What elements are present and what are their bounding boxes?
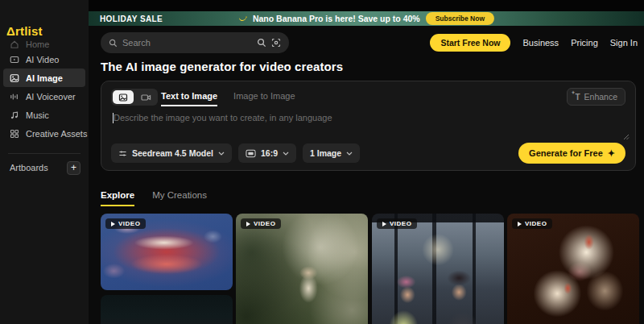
subscribe-now-button[interactable]: Subscribe Now: [426, 12, 494, 25]
sidebar-item-home[interactable]: Home: [3, 39, 85, 50]
sidebar-item-music[interactable]: Music: [3, 106, 85, 124]
sidebar-item-label: Creative Assets: [26, 129, 87, 139]
generate-button[interactable]: Generate for Free ✦: [518, 143, 625, 164]
top-strip: [89, 0, 644, 11]
sidebar-item-ai-voiceover[interactable]: AI Voiceover: [3, 87, 85, 106]
sidebar-item-label: AI Video: [26, 55, 59, 64]
banana-icon: [238, 11, 247, 26]
model-dropdown[interactable]: Seedream 4.5 Model: [111, 143, 232, 163]
image-mode-button[interactable]: [113, 90, 134, 104]
holiday-sale-label: HOLIDAY SALE: [100, 15, 163, 23]
play-icon: [111, 222, 115, 226]
nav-link-pricing[interactable]: Pricing: [571, 38, 598, 48]
generate-label: Generate for Free: [529, 148, 603, 158]
enhance-text-icon: ✦T: [575, 93, 580, 102]
chevron-down-icon: [218, 152, 225, 156]
start-free-now-button[interactable]: Start Free Now: [430, 34, 510, 52]
sidebar-item-creative-assets[interactable]: Creative Assets: [3, 124, 85, 143]
video-icon: [10, 55, 19, 64]
gallery-tabs: Explore My Creations: [101, 190, 207, 206]
sidebar-item-ai-video[interactable]: AI Video: [3, 50, 85, 69]
composer-controls: Seedream 4.5 Model 16:9 1 Image: [111, 143, 360, 163]
aspect-ratio-dropdown[interactable]: 16:9: [238, 143, 296, 163]
image-count-dropdown[interactable]: 1 Image: [303, 143, 360, 163]
sidebar-item-label: Home: [26, 39, 49, 49]
gallery-card-girls[interactable]: VIDEO: [372, 214, 504, 324]
gallery-card-dark[interactable]: [101, 295, 233, 324]
play-icon: [246, 222, 250, 226]
tab-image-to-image[interactable]: Image to Image: [233, 91, 295, 106]
image-icon: [10, 73, 19, 83]
nav-link-business[interactable]: Business: [522, 38, 559, 48]
video-badge: VIDEO: [512, 218, 552, 229]
search-icon: [109, 39, 118, 48]
video-badge: VIDEO: [241, 218, 281, 229]
image-search-icon[interactable]: [271, 38, 281, 48]
sidebar-item-label: AI Voiceover: [26, 92, 76, 102]
model-label: Seedream 4.5 Model: [132, 148, 213, 158]
promo-banner: HOLIDAY SALE Nano Banana Pro is here! Sa…: [89, 11, 644, 26]
prompt-field-wrap: [113, 112, 603, 143]
add-artboard-button[interactable]: +: [67, 161, 80, 175]
sidebar-item-label: AI Image: [26, 73, 63, 83]
play-icon: [518, 222, 522, 226]
page-title: The AI image generator for video creator…: [101, 60, 343, 73]
music-note-icon: [10, 110, 19, 120]
chevron-down-icon: [283, 152, 289, 156]
sidebar: Δrtlist Home AI Video AI Image AI Voiceo…: [0, 0, 89, 324]
gallery-card-garden[interactable]: VIDEO: [236, 214, 368, 324]
aspect-ratio-label: 16:9: [261, 148, 278, 158]
waveform-icon: [10, 92, 19, 102]
grid-icon: [10, 129, 19, 139]
gallery-card-lilies[interactable]: VIDEO: [507, 214, 639, 324]
sparkle-icon: ✦: [608, 148, 615, 159]
sidebar-divider: [8, 153, 80, 154]
header-actions: Start Free Now Business Pricing Sign In: [430, 32, 638, 53]
prompt-panel: Text to Image Image to Image ✦T Enhance …: [101, 81, 636, 171]
prompt-input[interactable]: [114, 112, 603, 143]
image-mode-icon: [118, 93, 128, 102]
model-icon: [118, 149, 127, 158]
tab-text-to-image[interactable]: Text to Image: [161, 91, 217, 106]
composer-tabs: Text to Image Image to Image: [161, 91, 295, 106]
tab-explore[interactable]: Explore: [101, 190, 134, 206]
search-bar[interactable]: [101, 32, 289, 53]
sidebar-item-ai-image[interactable]: AI Image: [3, 69, 85, 87]
search-input[interactable]: [122, 38, 252, 48]
enhance-button[interactable]: ✦T Enhance: [567, 88, 625, 106]
artlist-logo[interactable]: Δrtlist: [6, 24, 43, 38]
artboards-row: Artboards +: [10, 160, 80, 176]
artboards-label: Artboards: [10, 163, 48, 172]
video-badge: VIDEO: [105, 218, 146, 229]
media-mode-toggle: [111, 89, 158, 106]
video-mode-button[interactable]: [135, 90, 156, 104]
chevron-down-icon: [346, 152, 353, 156]
home-icon: [10, 39, 19, 49]
search-submit-icon[interactable]: [257, 38, 266, 48]
tab-my-creations[interactable]: My Creations: [152, 190, 207, 206]
video-mode-icon: [141, 93, 151, 102]
promo-text: Nano Banana Pro is here! Save up to 40%: [253, 14, 420, 23]
video-badge: VIDEO: [377, 218, 417, 229]
nav-link-sign-in[interactable]: Sign In: [610, 38, 638, 48]
resize-handle-icon[interactable]: [622, 133, 630, 140]
sidebar-item-label: Music: [26, 110, 49, 120]
play-icon: [382, 222, 386, 226]
image-count-label: 1 Image: [310, 148, 341, 158]
app-root: HOLIDAY SALE Nano Banana Pro is here! Sa…: [0, 0, 644, 324]
aspect-ratio-icon: [246, 149, 256, 158]
gallery-card-lips[interactable]: VIDEO: [101, 214, 233, 290]
sidebar-nav: Home AI Video AI Image AI Voiceover Musi…: [0, 39, 89, 143]
enhance-label: Enhance: [584, 92, 617, 102]
